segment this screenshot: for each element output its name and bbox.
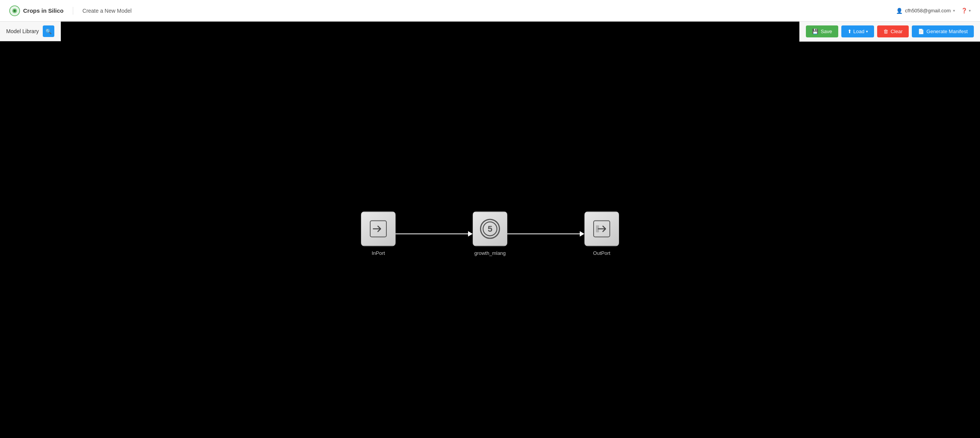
arrow-head-2 — [580, 231, 584, 236]
growth-mlang-node-box[interactable]: 5 — [473, 212, 507, 246]
search-icon: 🔍 — [45, 29, 52, 34]
load-button[interactable]: ⬆ Load ▾ — [841, 25, 874, 37]
svg-text:5: 5 — [488, 224, 492, 234]
inport-label: InPort — [372, 250, 385, 256]
user-icon: 👤 — [896, 8, 903, 14]
outport-icon — [593, 220, 611, 238]
growth-mlang-node[interactable]: 5 growth_mlang — [473, 212, 507, 256]
page-title: Create a New Model — [82, 8, 132, 14]
inport-node-box[interactable] — [361, 212, 396, 246]
growth-icon: 5 — [482, 221, 498, 237]
manifest-icon: 📄 — [918, 29, 924, 34]
clear-icon: 🗑 — [883, 29, 888, 34]
load-chevron-icon: ▾ — [866, 29, 868, 34]
generate-manifest-button[interactable]: 📄 Generate Manifest — [912, 25, 974, 37]
model-library-search-button[interactable]: 🔍 — [43, 25, 54, 37]
save-icon: 💾 — [812, 29, 818, 34]
help-button[interactable]: ❓ ▾ — [961, 8, 971, 13]
inport-icon — [369, 220, 387, 238]
clear-button[interactable]: 🗑 Clear — [877, 25, 909, 37]
model-library-label: Model Library — [6, 28, 39, 34]
save-button[interactable]: 💾 Save — [806, 25, 838, 37]
outport-node[interactable]: OutPort — [584, 212, 619, 256]
user-email: cfh5058@gmail.com — [905, 8, 951, 13]
app-title: Crops in Silico — [23, 7, 64, 14]
arrow-2 — [507, 231, 584, 236]
growth-mlang-label: growth_mlang — [474, 250, 506, 256]
model-library-section: Model Library 🔍 — [0, 22, 61, 41]
growth-circle-outline: 5 — [480, 219, 500, 239]
svg-rect-6 — [596, 226, 599, 232]
inport-node[interactable]: InPort — [361, 212, 396, 256]
outport-label: OutPort — [593, 250, 611, 256]
flow-container: InPort 5 growth_mlang — [361, 212, 619, 256]
navbar: Crops in Silico Create a New Model 👤 cfh… — [0, 0, 980, 22]
help-icon: ❓ — [961, 8, 967, 13]
arrow-line-2 — [507, 233, 580, 234]
load-icon: ⬆ — [847, 29, 852, 34]
arrow-head-1 — [468, 231, 473, 236]
arrow-1 — [396, 231, 473, 236]
nav-separator — [73, 7, 73, 15]
nav-right: 👤 cfh5058@gmail.com ▾ ❓ ▾ — [896, 8, 971, 14]
action-toolbar: 💾 Save ⬆ Load ▾ 🗑 Clear 📄 Generate Manif… — [799, 22, 980, 42]
canvas-area[interactable]: InPort 5 growth_mlang — [0, 45, 980, 438]
user-menu[interactable]: 👤 cfh5058@gmail.com ▾ — [896, 8, 955, 14]
svg-point-1 — [13, 10, 16, 12]
outport-node-box[interactable] — [584, 212, 619, 246]
app-logo-icon — [9, 5, 20, 16]
logo: Crops in Silico — [9, 5, 64, 16]
help-chevron-icon: ▾ — [969, 8, 971, 13]
chevron-down-icon: ▾ — [953, 8, 955, 13]
arrow-line-1 — [396, 233, 468, 234]
